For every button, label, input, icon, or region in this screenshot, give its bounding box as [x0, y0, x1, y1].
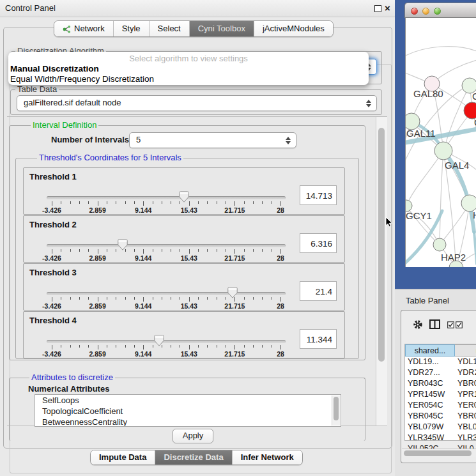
tab-discretize-data[interactable]: Discretize Data	[155, 450, 231, 464]
threshold-4-slider-thumb[interactable]	[154, 335, 164, 346]
list-item-topologicalcoefficient[interactable]: TopologicalCoefficient	[35, 406, 341, 417]
threshold-3-slider-thumb[interactable]	[227, 287, 238, 298]
threshold-1-slider-track[interactable]	[47, 196, 286, 199]
slider-tick-labels: -3.4262.8599.14415.4321.71528	[52, 302, 280, 309]
cell-name[interactable]: YDR2	[457, 367, 476, 378]
thresholds-group-title: Threshold's Coordinates for 5 Intervals	[37, 153, 183, 162]
slider-tick-labels: -3.4262.8599.14415.4321.71528	[52, 206, 280, 213]
tab-jactivemnodules[interactable]: jActiveMNodules	[254, 21, 333, 36]
cell-name[interactable]: YER0	[457, 400, 476, 411]
table-row[interactable]: YDR27...YDR2	[405, 367, 476, 378]
algorithm-dropdown-popup: Select algorithm to view settings Manual…	[8, 52, 369, 85]
cell-shared-name[interactable]: YDR27...	[408, 367, 440, 378]
node-label: GA	[472, 91, 476, 102]
node-label: H	[473, 210, 476, 220]
tab-network[interactable]: Network	[54, 21, 113, 36]
cell-name[interactable]: YLR3	[457, 433, 476, 443]
network-window-titlebar[interactable]	[404, 3, 476, 18]
node-label: GAL4	[445, 160, 469, 171]
attributes-scrollbar-thumb[interactable]	[334, 397, 339, 420]
cell-shared-name[interactable]: YBR043C	[408, 378, 443, 389]
popup-item-equal-width-frequency[interactable]: Equal Width/Frequency Discretization	[10, 74, 367, 84]
list-item-selfloops[interactable]: SelfLoops	[35, 395, 341, 406]
table-row[interactable]: YDL19...YDL1	[405, 357, 476, 367]
table-data-combobox[interactable]: galFiltered.sif default node	[17, 95, 377, 111]
float-window-icon[interactable]	[374, 5, 381, 12]
cell-shared-name[interactable]: YLR345W	[408, 433, 444, 443]
slider-tick-labels: -3.4262.8599.14415.4321.71528	[52, 350, 280, 357]
zoom-window-icon[interactable]	[434, 8, 441, 15]
node-label: GAL11	[406, 128, 436, 139]
control-panel: Control Panel × Network Style Select Cyn…	[0, 0, 395, 476]
top-tab-bar: Network Style Select Cyni Toolbox jActiv…	[54, 20, 334, 37]
threshold-2-panel: Threshold 2-3.4262.8599.14415.4321.71528…	[23, 215, 345, 263]
tab-style[interactable]: Style	[113, 21, 149, 36]
close-window-icon[interactable]	[411, 8, 418, 15]
bottom-tab-bar: Impute Data Discretize Data Infer Networ…	[90, 450, 303, 465]
tab-impute-data[interactable]: Impute Data	[91, 450, 155, 464]
threshold-1-value-field[interactable]: 14.713	[300, 185, 337, 205]
tab-infer-network[interactable]: Infer Network	[232, 450, 302, 464]
table-row[interactable]: YBR043CYBR0	[405, 378, 476, 389]
tab-label: jActiveMNodules	[263, 21, 325, 36]
panel-scrollbar[interactable]	[376, 117, 387, 426]
apply-button[interactable]: Apply	[173, 429, 213, 443]
cell-name[interactable]: YBR0	[457, 411, 476, 422]
threshold-4-slider-track[interactable]	[47, 340, 286, 343]
attributes-scrollbar[interactable]	[332, 395, 340, 426]
cell-name[interactable]: YBL0	[457, 422, 476, 433]
threshold-2-slider-thumb[interactable]	[118, 239, 128, 250]
numerical-attributes-label: Numerical Attributes	[28, 384, 109, 394]
network-node-HAP2[interactable]	[433, 238, 446, 251]
cell-name[interactable]: YPR1	[457, 389, 476, 400]
threshold-1-slider-thumb[interactable]	[179, 191, 189, 203]
threshold-2-value-field[interactable]: 6.316	[300, 233, 337, 253]
table-row[interactable]: YBR045CYBR0	[405, 411, 476, 422]
attributes-group-title: Attributes to discretize	[29, 373, 115, 381]
tab-label: Select	[158, 21, 181, 36]
cell-name[interactable]: YDL1	[457, 357, 476, 367]
network-node-GAL4[interactable]	[434, 142, 452, 160]
popup-item-manual-discretization[interactable]: Manual Discretization	[10, 64, 367, 74]
network-icon	[63, 25, 71, 33]
table-panel-title: Table Panel	[406, 296, 449, 305]
threshold-3-panel: Threshold 3-3.4262.8599.14415.4321.71528…	[23, 263, 345, 311]
network-canvas[interactable]: GAL80GACGAL11GAL4GCY1HHAP2	[405, 18, 476, 267]
slider-tick-labels: -3.4262.8599.14415.4321.71528	[52, 254, 280, 261]
table-row[interactable]: YER054CYER0	[405, 400, 476, 411]
cell-name[interactable]: YBR0	[457, 378, 476, 389]
attributes-list: SelfLoops TopologicalCoefficient Between…	[35, 394, 341, 427]
tab-select[interactable]: Select	[149, 21, 189, 36]
threshold-label: Threshold 2	[29, 220, 77, 229]
table-hscrollbar[interactable]	[402, 449, 476, 457]
cell-shared-name[interactable]: YPR145W	[408, 389, 445, 400]
cell-shared-name[interactable]: YBL079W	[408, 422, 443, 433]
cell-shared-name[interactable]: YDL19...	[408, 357, 439, 367]
table-row[interactable]: YPR145WYPR1	[405, 389, 476, 400]
table-row[interactable]: YLR345WYLR3	[405, 433, 476, 443]
num-intervals-combobox[interactable]: 5	[129, 132, 296, 148]
panel-scrollbar-thumb[interactable]	[378, 128, 385, 362]
threshold-3-value-field[interactable]: 21.4	[300, 281, 337, 301]
threshold-label: Threshold 4	[29, 316, 77, 325]
minimize-window-icon[interactable]	[422, 8, 429, 15]
node-label: GCY1	[406, 210, 432, 221]
columns-icon[interactable]	[429, 319, 440, 329]
threshold-3-slider-track[interactable]	[47, 292, 286, 295]
table-hscrollbar-thumb[interactable]	[404, 450, 472, 456]
tab-label: Network	[74, 21, 105, 36]
close-icon[interactable]: ×	[385, 2, 390, 15]
tab-label: Impute Data	[99, 450, 146, 464]
column-header-name[interactable]: na	[455, 344, 476, 357]
threshold-4-value-field[interactable]: 11.344	[300, 329, 337, 349]
table-row[interactable]: YBL079WYBL0	[405, 422, 476, 433]
checkboxes-icon[interactable]	[447, 321, 463, 328]
threshold-2-slider-track[interactable]	[47, 244, 286, 247]
cell-shared-name[interactable]: YER054C	[408, 400, 443, 411]
list-item-betweennesscentrality[interactable]: BetweennessCentrality	[35, 417, 341, 427]
combo-arrows-icon	[286, 137, 291, 144]
tab-cyni-toolbox[interactable]: Cyni Toolbox	[189, 21, 254, 36]
gear-icon[interactable]	[413, 319, 423, 330]
column-header-shared-name[interactable]: shared...	[405, 344, 455, 357]
cell-shared-name[interactable]: YBR045C	[408, 411, 443, 422]
